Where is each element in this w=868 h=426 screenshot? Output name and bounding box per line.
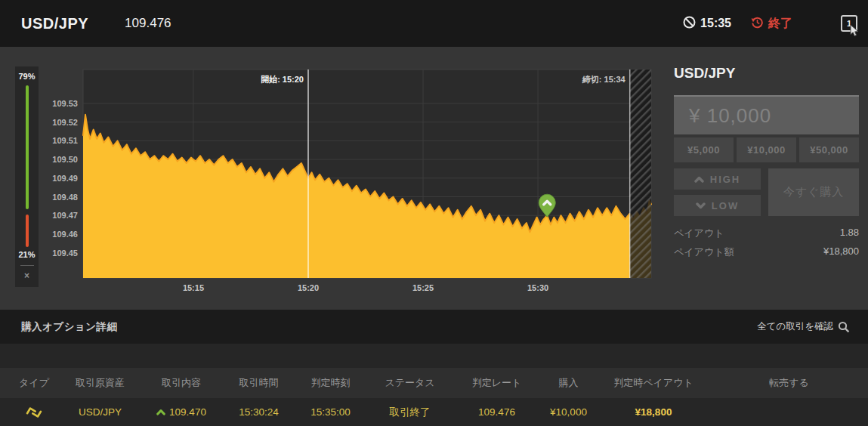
header-price: 109.476 <box>125 16 171 31</box>
view-all-label: 全ての取引を確認 <box>757 320 833 333</box>
gauge-divider <box>20 265 34 266</box>
high-percentage: 79% <box>18 72 35 81</box>
col-type: タイプ <box>8 376 60 390</box>
high-bar <box>26 85 29 209</box>
row-contents-value: 109.470 <box>169 406 206 418</box>
turbo-trade-icon <box>8 403 60 421</box>
view-all-trades-link[interactable]: 全ての取引を確認 <box>757 320 850 333</box>
col-status: ステータス <box>366 376 453 390</box>
direction-high-icon <box>156 409 165 415</box>
history-icon <box>751 16 764 32</box>
payout-value: 1.88 <box>840 227 859 240</box>
trade-panel: USD/JPY ¥ 10,000 ¥5,000 ¥10,000 ¥50,000 … <box>674 65 859 259</box>
x-axis-tick-label: 15:15 <box>171 283 216 292</box>
payout-amount-value: ¥18,800 <box>823 245 859 259</box>
sentiment-bars <box>26 85 29 247</box>
payout-label: ペイアウト <box>674 227 724 240</box>
x-axis-tick-label: 15:25 <box>400 283 446 292</box>
row-decision-time: 15:35:00 <box>295 406 366 418</box>
table-row[interactable]: USD/JPY 109.470 15:30:24 15:35:00 取引終了 1… <box>0 398 868 426</box>
row-payout: ¥18,800 <box>597 406 710 418</box>
buy-now-button[interactable]: 今すぐ購入 <box>768 168 859 216</box>
col-resell: 転売する <box>710 376 868 390</box>
trade-table: タイプ 取引原資産 取引内容 取引時間 判定時刻 ステータス 判定レート 購入 … <box>0 368 868 426</box>
history-section-title: 購入オプション詳細 <box>21 320 118 334</box>
preset-5000-button[interactable]: ¥5,000 <box>674 137 734 162</box>
row-trade-time: 15:30:24 <box>223 406 295 418</box>
window-count-icon[interactable]: 1 <box>841 15 857 32</box>
col-decision-rate: 判定レート <box>453 376 540 390</box>
gauge-close-button[interactable]: × <box>24 270 29 281</box>
preset-50000-button[interactable]: ¥50,000 <box>799 137 859 162</box>
amount-input[interactable]: ¥ 10,000 <box>674 95 859 134</box>
row-status: 取引終了 <box>366 406 453 419</box>
low-bar <box>26 215 29 247</box>
low-button[interactable]: LOW <box>674 195 761 216</box>
col-trade-time: 取引時間 <box>223 376 295 390</box>
row-purchase: ¥10,000 <box>540 406 597 418</box>
top-bar: USD/JPY 109.476 15:35 終了 1 <box>0 0 868 47</box>
row-contents: 109.470 <box>140 406 223 418</box>
low-button-label: LOW <box>712 200 739 211</box>
col-purchase: 購入 <box>540 376 597 390</box>
preset-10000-button[interactable]: ¥10,000 <box>737 137 796 162</box>
high-button[interactable]: HIGH <box>674 168 761 190</box>
col-asset: 取引原資産 <box>60 376 140 390</box>
x-axis-tick-label: 15:30 <box>515 283 561 292</box>
low-icon <box>696 202 706 209</box>
price-chart <box>0 47 665 310</box>
col-contents: 取引内容 <box>140 376 223 390</box>
open-time-label: 開始: 15:20 <box>221 74 304 85</box>
col-decision-time: 判定時刻 <box>295 376 366 390</box>
history-header-bar: 購入オプション詳細 全ての取引を確認 <box>0 310 868 344</box>
close-time-label: 締切: 15:34 <box>542 74 626 85</box>
x-axis-tick-label: 15:20 <box>286 283 331 292</box>
payout-amount-label: ペイアウト額 <box>674 245 734 259</box>
sentiment-gauge: 79% 21% × <box>15 66 39 287</box>
search-icon <box>838 321 850 333</box>
high-icon <box>694 176 704 183</box>
mouse-cursor-icon <box>850 24 860 39</box>
cutoff-time: 15:35 <box>700 17 731 30</box>
no-entry-icon <box>683 16 696 32</box>
panel-symbol-title: USD/JPY <box>674 65 859 82</box>
row-decision-rate: 109.476 <box>453 406 540 418</box>
col-payout: 判定時ペイアウト <box>597 376 710 390</box>
row-asset: USD/JPY <box>60 406 140 418</box>
header-symbol: USD/JPY <box>21 15 88 32</box>
amount-value: ¥ 10,000 <box>689 104 771 128</box>
table-header-row: タイプ 取引原資産 取引内容 取引時間 判定時刻 ステータス 判定レート 購入 … <box>0 368 868 398</box>
high-button-label: HIGH <box>710 174 741 185</box>
low-percentage: 21% <box>18 250 35 259</box>
history-section: タイプ 取引原資産 取引内容 取引時間 判定時刻 ステータス 判定レート 購入 … <box>0 344 868 426</box>
main-area: 109.53109.52109.51109.50109.49109.48109.… <box>0 47 868 310</box>
end-label: 終了 <box>768 16 792 32</box>
